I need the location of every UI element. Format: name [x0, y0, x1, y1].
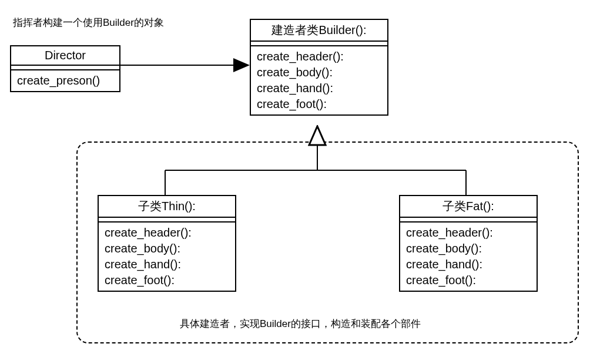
class-director-methods: create_preson() [11, 70, 119, 91]
annotation-concrete: 具体建造者，实现Builder的接口，构造和装配各个部件 [180, 317, 421, 331]
method-item: create_foot(): [406, 272, 531, 288]
class-builder: 建造者类Builder(): create_header(): create_b… [250, 19, 388, 116]
class-builder-methods: create_header(): create_body(): create_h… [251, 46, 387, 114]
class-thin: 子类Thin(): create_header(): create_body()… [98, 195, 236, 292]
method-item: create_hand(): [257, 80, 381, 96]
method-item: create_body(): [406, 241, 531, 257]
method-item: create_body(): [105, 241, 229, 257]
method-item: create_body(): [257, 65, 381, 80]
class-thin-methods: create_header(): create_body(): create_h… [99, 223, 235, 291]
method-item: create_header(): [105, 225, 229, 241]
class-director-spacer [11, 66, 119, 70]
class-thin-title: 子类Thin(): [99, 196, 235, 218]
method-item: create_hand(): [105, 257, 229, 272]
method-item: create_header(): [406, 225, 531, 241]
class-director: Director create_preson() [10, 45, 120, 92]
method-item: create_header(): [257, 49, 381, 65]
class-fat-methods: create_header(): create_body(): create_h… [400, 223, 537, 291]
class-fat-spacer [400, 218, 537, 223]
class-director-title: Director [11, 46, 119, 66]
class-builder-title: 建造者类Builder(): [251, 20, 387, 42]
method-item: create_foot(): [257, 96, 381, 112]
method-item: create_hand(): [406, 257, 531, 272]
method-item: create_preson() [17, 73, 113, 89]
class-fat-title: 子类Fat(): [400, 196, 537, 218]
class-thin-spacer [99, 218, 235, 223]
method-item: create_foot(): [105, 272, 229, 288]
class-builder-spacer [251, 42, 387, 46]
class-fat: 子类Fat(): create_header(): create_body():… [399, 195, 538, 292]
annotation-director: 指挥者构建一个使用Builder的对象 [13, 16, 164, 29]
